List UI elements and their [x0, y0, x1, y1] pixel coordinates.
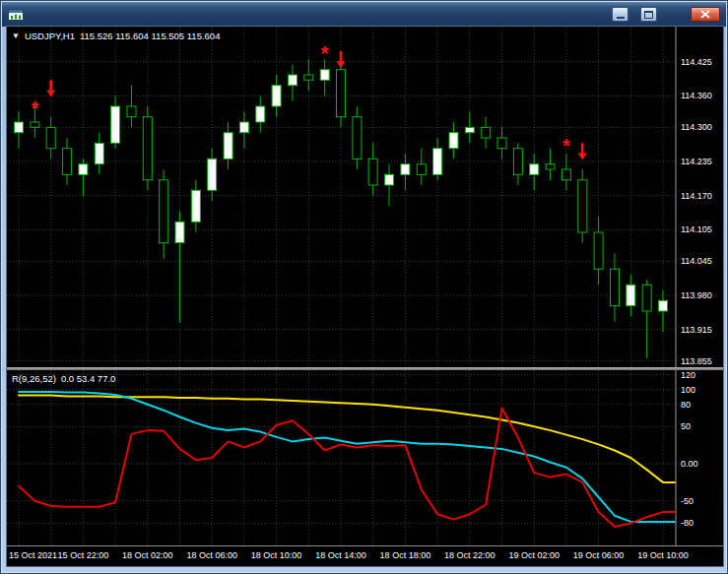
time-label: 19 Oct 10:00 — [637, 550, 689, 560]
maximize-button[interactable] — [640, 7, 657, 22]
one-click-trading-toggle[interactable]: ▼ — [12, 32, 20, 40]
oscillator-axis-labels: 12010080500.00-50-80 — [681, 370, 698, 528]
close-button[interactable] — [691, 7, 720, 22]
svg-text:113.980: 113.980 — [681, 290, 712, 300]
time-label: 15 Oct 2021 — [9, 550, 57, 560]
svg-text:50: 50 — [681, 421, 691, 431]
indicator-canvas[interactable]: 12010080500.00-50-80 — [7, 370, 723, 545]
svg-text:113.855: 113.855 — [681, 356, 712, 366]
svg-text:114.170: 114.170 — [681, 191, 712, 201]
svg-text:114.045: 114.045 — [681, 256, 712, 266]
svg-text:114.425: 114.425 — [681, 57, 712, 67]
svg-text:113.915: 113.915 — [681, 325, 712, 335]
time-label: 19 Oct 02:00 — [508, 550, 560, 560]
svg-text:-80: -80 — [681, 518, 694, 528]
indicator-line-fast — [19, 409, 675, 528]
price-axis-labels: 114.425114.360114.300114.235114.170114.1… — [681, 57, 712, 366]
star-signal-icon: * — [563, 135, 570, 157]
time-label: 18 Oct 22:00 — [444, 550, 496, 560]
svg-text:114.105: 114.105 — [681, 224, 712, 234]
svg-text:80: 80 — [681, 400, 691, 410]
time-label: 18 Oct 06:00 — [186, 550, 237, 560]
time-label: 19 Oct 06:00 — [573, 550, 625, 560]
indicator-line-slow — [19, 396, 675, 482]
svg-text:-50: -50 — [681, 496, 694, 506]
close-icon — [700, 10, 710, 19]
price-chart-canvas[interactable]: 114.425114.360114.300114.235114.170114.1… — [7, 27, 723, 367]
minimize-icon — [617, 17, 625, 19]
star-signal-icon: * — [321, 42, 329, 64]
svg-text:114.235: 114.235 — [681, 157, 712, 166]
window-controls — [612, 7, 720, 22]
mt4-chart-window: 114.425114.360114.300114.235114.170114.1… — [0, 0, 728, 574]
time-label: 15 Oct 22:00 — [58, 550, 109, 560]
svg-text:114.300: 114.300 — [681, 122, 712, 132]
time-label: 18 Oct 14:00 — [315, 550, 366, 560]
svg-text:100: 100 — [681, 385, 695, 395]
title-bar[interactable] — [2, 2, 726, 27]
maximize-icon — [644, 11, 653, 19]
svg-text:120: 120 — [681, 370, 695, 380]
star-signal-icon: * — [31, 97, 38, 119]
chart-window-icon[interactable] — [8, 8, 24, 22]
svg-text:0.00: 0.00 — [681, 459, 698, 469]
time-label: 18 Oct 18:00 — [380, 550, 431, 560]
indicator-line-mid — [19, 392, 675, 522]
minimize-button[interactable] — [612, 7, 629, 22]
chart-area: 114.425114.360114.300114.235114.170114.1… — [7, 27, 723, 566]
time-label: 18 Oct 10:00 — [251, 550, 302, 560]
time-axis[interactable]: 15 Oct 202115 Oct 22:0018 Oct 02:0018 Oc… — [7, 545, 723, 566]
svg-text:114.360: 114.360 — [681, 91, 712, 100]
time-label: 18 Oct 02:00 — [122, 550, 173, 560]
